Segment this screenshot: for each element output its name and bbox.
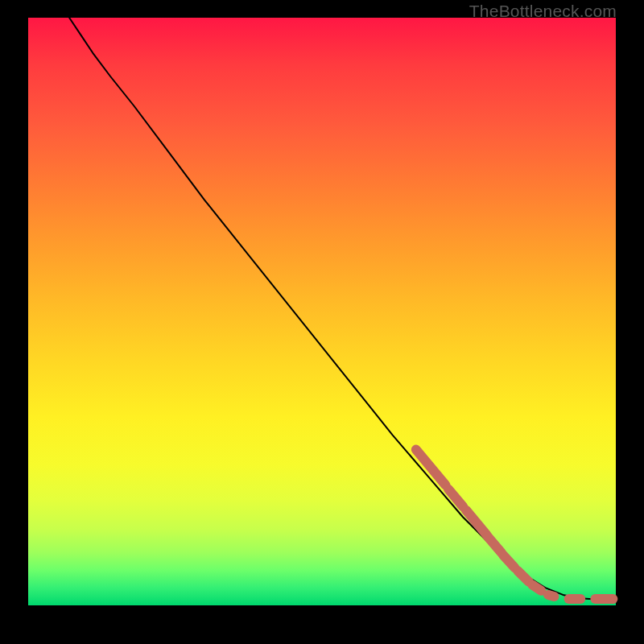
highlight-segment (448, 489, 463, 507)
highlight-segment (488, 537, 502, 553)
bottleneck-curve (69, 18, 616, 600)
chart-overlay (28, 18, 616, 605)
highlight-segment (503, 555, 515, 568)
highlight-segment (532, 585, 541, 591)
highlight-segment (518, 571, 529, 582)
chart-frame: TheBottleneck.com (0, 0, 644, 644)
highlight-segment (548, 595, 554, 597)
highlight-segments (416, 450, 613, 600)
